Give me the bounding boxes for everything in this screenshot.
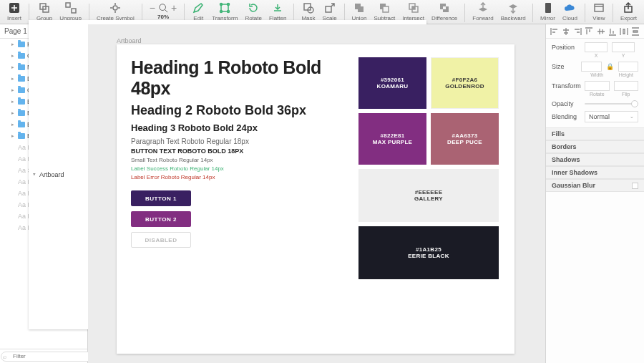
- canvas[interactable]: Artboard Heading 1 Roboto Bold 48px Head…: [88, 24, 545, 363]
- section-fills[interactable]: Fills: [546, 127, 644, 140]
- artboard-label[interactable]: Artboard: [117, 37, 142, 44]
- forward-icon[interactable]: [477, 1, 489, 14]
- svg-rect-20: [595, 4, 603, 11]
- svg-rect-18: [412, 6, 415, 9]
- folder-icon: [18, 110, 25, 116]
- paragraph-text[interactable]: Paragraph Text Roboto Regular 18px: [131, 137, 346, 145]
- section-shadows[interactable]: Shadows: [546, 153, 644, 166]
- distribute-h-icon[interactable]: [620, 27, 628, 36]
- button-text-sample[interactable]: BUTTON TEXT ROBOTO BOLD 18PX: [131, 147, 346, 155]
- view-icon[interactable]: [592, 1, 605, 14]
- align-controls: [546, 24, 644, 39]
- button-primary[interactable]: BUTTON 1: [131, 190, 191, 206]
- subtract-icon[interactable]: [378, 1, 391, 14]
- folder-icon: [18, 133, 25, 139]
- position-x-input[interactable]: [585, 42, 608, 52]
- difference-icon[interactable]: [438, 1, 451, 14]
- section-gaussian-blur[interactable]: Gaussian Blur: [546, 179, 644, 192]
- scale-icon[interactable]: [323, 1, 336, 14]
- folder-icon: [18, 87, 25, 93]
- typography-specimen: Heading 1 Roboto Bold 48px Heading 2 Rob…: [131, 57, 346, 248]
- folder-icon: [18, 122, 25, 127]
- backward-icon[interactable]: [507, 1, 519, 14]
- swatch-koamaru[interactable]: #392061KOAMARU: [358, 57, 426, 109]
- color-swatches: #392061KOAMARU #F0F2A6GOLDENROD #822E81M…: [358, 57, 499, 279]
- svg-point-6: [160, 4, 166, 11]
- zoom-control[interactable]: −+: [150, 3, 177, 13]
- flatten-icon[interactable]: [271, 1, 284, 14]
- blending-select[interactable]: Normal⌄: [585, 111, 638, 122]
- button-secondary[interactable]: BUTTON 2: [131, 211, 191, 227]
- flip-input[interactable]: [614, 81, 639, 91]
- edit-icon[interactable]: [192, 1, 205, 14]
- label-success-sample[interactable]: Label Success Roboto Regular 14px: [131, 165, 346, 172]
- svg-rect-3: [66, 3, 70, 7]
- section-borders[interactable]: Borders: [546, 140, 644, 153]
- create-symbol-icon[interactable]: [109, 1, 122, 14]
- swatch-max-purple[interactable]: #822E81MAX PURPLE: [358, 113, 426, 165]
- heading-1[interactable]: Heading 1 Roboto Bold 48px: [131, 57, 346, 99]
- group-icon[interactable]: [38, 1, 51, 14]
- rotate-icon[interactable]: [247, 1, 260, 14]
- opacity-slider[interactable]: [585, 103, 638, 105]
- opacity-label: Opacity: [552, 100, 580, 107]
- ungroup-icon[interactable]: [64, 1, 77, 14]
- align-right-icon[interactable]: [573, 27, 582, 36]
- export-icon[interactable]: [622, 1, 635, 14]
- insert-icon[interactable]: [8, 1, 21, 14]
- swatch-eerie-black[interactable]: #1A1B25EERIE BLACK: [358, 226, 499, 279]
- cloud-icon[interactable]: [563, 1, 576, 14]
- svg-point-5: [113, 6, 117, 10]
- align-top-icon[interactable]: [585, 27, 593, 36]
- layer-artboard[interactable]: ▸Artboard: [29, 39, 87, 329]
- svg-rect-4: [72, 9, 76, 13]
- align-center-h-icon[interactable]: [562, 27, 570, 36]
- swatch-gallery[interactable]: #EEEEEEGALLERY: [358, 169, 499, 222]
- position-label: Position: [552, 44, 580, 51]
- svg-rect-15: [383, 6, 389, 12]
- size-label: Size: [552, 63, 577, 70]
- mask-icon[interactable]: [302, 1, 315, 14]
- align-left-icon[interactable]: [550, 27, 559, 36]
- label-error-sample[interactable]: Label Error Roboto Regular 14px: [131, 174, 346, 180]
- heading-2[interactable]: Heading 2 Roboto Bold 36px: [131, 103, 346, 118]
- size-height-input[interactable]: [618, 62, 638, 72]
- transform-icon[interactable]: [218, 1, 231, 14]
- search-icon: ⌕: [3, 353, 6, 360]
- folder-icon: [18, 76, 25, 82]
- union-icon[interactable]: [353, 1, 366, 14]
- intersect-icon[interactable]: [407, 1, 420, 14]
- folder-icon: [18, 99, 25, 105]
- heading-3[interactable]: Heading 3 Roboto Bold 24px: [131, 122, 346, 133]
- svg-rect-19: [545, 3, 551, 13]
- layers-panel: Page 1▾ ▦ ▸Artboard ▸KOAMARU ▸GOLDENROD …: [0, 24, 88, 363]
- distribute-v-icon[interactable]: [631, 27, 640, 36]
- swatch-deep-puce[interactable]: #AA6373DEEP PUCE: [431, 113, 499, 165]
- position-y-input[interactable]: [612, 42, 635, 52]
- section-inner-shadows[interactable]: Inner Shadows: [546, 166, 644, 179]
- artboard[interactable]: Heading 1 Roboto Bold 48px Heading 2 Rob…: [117, 44, 514, 354]
- folder-icon: [18, 64, 25, 70]
- svg-rect-14: [326, 6, 331, 12]
- lock-icon[interactable]: 🔒: [606, 63, 614, 70]
- transform-label: Transform: [552, 82, 580, 89]
- filter-input[interactable]: [1, 352, 99, 362]
- small-text-sample[interactable]: Small Text Roboto Regular 14px: [131, 157, 346, 163]
- rotate-input[interactable]: [585, 81, 610, 91]
- mirror-icon[interactable]: [542, 1, 555, 14]
- inspector-panel: Position XY Size🔒 WidthHeight Transform …: [545, 24, 644, 363]
- size-width-input[interactable]: [581, 62, 601, 72]
- folder-icon: [18, 53, 25, 59]
- align-bottom-icon[interactable]: [608, 27, 617, 36]
- gaussian-checkbox[interactable]: [632, 183, 638, 189]
- align-center-v-icon[interactable]: [597, 27, 605, 36]
- folder-icon: [18, 42, 25, 47]
- button-disabled[interactable]: DISABLED: [131, 232, 191, 248]
- swatch-goldenrod[interactable]: #F0F2A6GOLDENROD: [431, 57, 499, 109]
- blending-label: Blending: [552, 113, 580, 120]
